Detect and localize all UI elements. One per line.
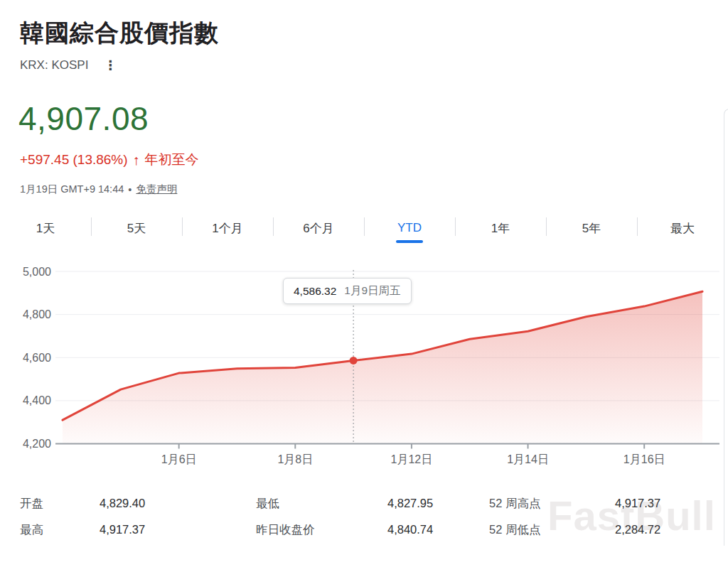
x-axis-label: 1月8日 (277, 453, 313, 465)
tab-6m[interactable]: 6个月 (273, 213, 364, 243)
page-title: 韓國綜合股價指數 (20, 17, 219, 50)
x-axis-label: 1月16日 (623, 453, 665, 465)
exchange-row: KRX: KOSPI ⋮ (20, 58, 117, 72)
stat-value-open: 4,829.40 (100, 497, 256, 510)
x-axis-label: 1月6日 (161, 453, 197, 465)
key-stats-table: 开盘 4,829.40 最低 4,827.95 52 周高点 4,917.37 … (20, 490, 713, 543)
dot-separator: • (128, 184, 132, 195)
stat-value-prev-close: 4,840.74 (387, 523, 489, 536)
current-price: 4,907.08 (18, 99, 149, 138)
stat-label-high: 最高 (20, 522, 100, 538)
tab-max[interactable]: 最大 (637, 213, 728, 243)
tab-5d[interactable]: 5天 (91, 213, 182, 243)
y-axis-label: 4,200 (23, 438, 51, 450)
highlight-dot (350, 357, 358, 364)
range-tab-bar: 1天 5天 1个月 6个月 YTD 1年 5年 最大 (0, 213, 728, 243)
stat-value-52w-high: 4,917.37 (615, 497, 713, 510)
stat-value-52w-low: 2,284.72 (615, 523, 713, 536)
disclaimer-link[interactable]: 免责声明 (136, 183, 177, 196)
timestamp: 1月19日 GMT+9 14:44 (20, 183, 124, 196)
x-axis-label: 1月14日 (507, 453, 549, 465)
y-axis-label: 4,600 (23, 352, 51, 364)
tab-ytd[interactable]: YTD (364, 213, 455, 243)
tooltip-date: 1月9日周五 (344, 284, 400, 298)
price-change: +597.45 (13.86%) (20, 152, 128, 168)
tab-5y[interactable]: 5年 (546, 213, 637, 243)
tab-1y[interactable]: 1年 (455, 213, 546, 243)
stat-label-52w-low: 52 周低点 (489, 522, 615, 538)
active-tab-underline (396, 240, 423, 243)
stat-label-open: 开盘 (20, 496, 100, 512)
exchange-ticker: KRX: KOSPI (20, 58, 88, 72)
price-change-row: +597.45 (13.86%) ↑ 年初至今 (20, 151, 199, 169)
change-period-label: 年初至今 (145, 151, 199, 169)
y-axis-label: 5,000 (23, 266, 51, 278)
stat-label-prev-close: 昨日收盘价 (256, 522, 387, 538)
kebab-menu-icon[interactable]: ⋮ (104, 59, 117, 72)
stat-value-high: 4,917.37 (100, 523, 256, 536)
up-arrow-icon: ↑ (133, 152, 140, 168)
stat-label-low: 最低 (256, 496, 387, 512)
stat-value-low: 4,827.95 (387, 497, 489, 510)
finance-quote-page: 韓國綜合股價指數 KRX: KOSPI ⋮ 4,907.08 +597.45 (… (0, 0, 728, 567)
stat-label-52w-high: 52 周高点 (489, 496, 615, 512)
x-axis-label: 1月12日 (391, 453, 433, 465)
y-axis-label: 4,400 (23, 394, 51, 406)
tab-1m[interactable]: 1个月 (182, 213, 273, 243)
chart-tooltip: 4,586.32 1月9日周五 (283, 278, 412, 304)
y-axis-label: 4,800 (23, 308, 51, 320)
timestamp-row: 1月19日 GMT+9 14:44 • 免责声明 (20, 183, 177, 196)
adjacent-card-edge (724, 109, 728, 546)
tooltip-value: 4,586.32 (294, 285, 336, 298)
tab-1d[interactable]: 1天 (0, 213, 91, 243)
